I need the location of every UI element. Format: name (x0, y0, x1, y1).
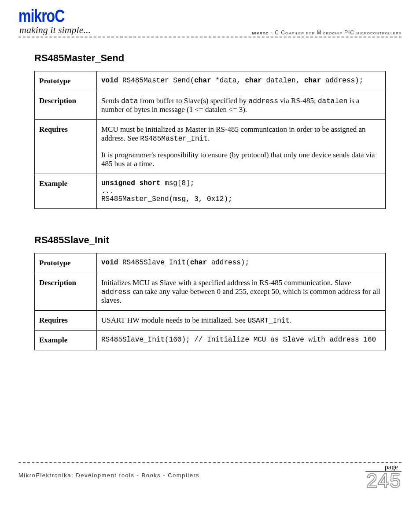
table-row: Requires USART HW module needs to be ini… (35, 311, 386, 331)
requires-cell: USART HW module needs to be initialized.… (97, 311, 386, 331)
row-label: Prototype (35, 71, 97, 91)
row-label: Requires (35, 311, 97, 331)
table-row: Example unsigned short msg[8];...RS485Ma… (35, 174, 386, 209)
requires-cell: MCU must be initialized as Master in RS-… (97, 120, 386, 174)
section-title-2: RS485Slave_Init (34, 234, 386, 246)
row-label: Prototype (35, 253, 97, 273)
header-subtitle: mikroC - C Compiler for Microchip PIC mi… (252, 30, 402, 36)
row-label: Example (35, 174, 97, 209)
table-row: Prototype void RS485Master_Send(char *da… (35, 71, 386, 91)
example-cell: RS485Slave_Init(160); // Initialize MCU … (97, 331, 386, 350)
table-row: Description Initializes MCU as Slave wit… (35, 273, 386, 311)
row-label: Example (35, 331, 97, 350)
table-row: Prototype void RS485Slave_Init(char addr… (35, 253, 386, 273)
section-title-1: RS485Master_Send (34, 52, 386, 64)
page-number-box: page 245 (365, 463, 402, 490)
example-cell: unsigned short msg[8];...RS485Master_Sen… (97, 174, 386, 209)
row-label: Description (35, 91, 97, 120)
prototype-cell: void RS485Slave_Init(char address); (97, 253, 386, 273)
table-row: Example RS485Slave_Init(160); // Initial… (35, 331, 386, 350)
content: RS485Master_Send Prototype void RS485Mas… (18, 37, 402, 350)
page-number: 245 (367, 470, 402, 491)
function-table-2: Prototype void RS485Slave_Init(char addr… (34, 253, 386, 350)
footer-text: MikroElektronika: Development tools - Bo… (18, 472, 199, 479)
page-footer: MikroElektronika: Development tools - Bo… (18, 462, 402, 490)
logo: mikroC (18, 10, 64, 24)
row-label: Requires (35, 120, 97, 174)
table-row: Description Sends data from buffer to Sl… (35, 91, 386, 120)
row-label: Description (35, 273, 97, 311)
description-cell: Sends data from buffer to Slave(s) speci… (97, 91, 386, 120)
page-header: mikroC making it simple... mikroC - C Co… (18, 12, 402, 37)
prototype-cell: void RS485Master_Send(char *data, char d… (97, 71, 386, 91)
description-cell: Initializes MCU as Slave with a specifie… (97, 273, 386, 311)
table-row: Requires MCU must be initialized as Mast… (35, 120, 386, 174)
function-table-1: Prototype void RS485Master_Send(char *da… (34, 71, 386, 209)
